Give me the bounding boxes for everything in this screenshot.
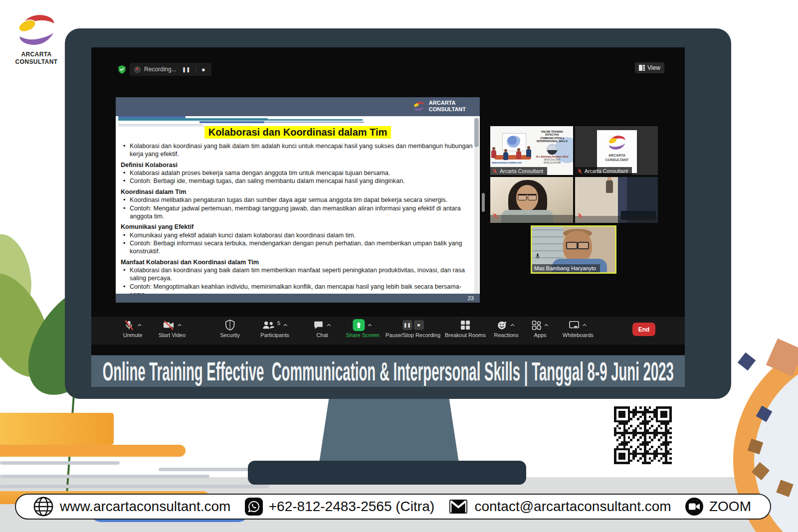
slide-footer-band: 23	[116, 294, 480, 303]
mic-muted-icon	[124, 320, 135, 331]
unmute-button[interactable]: Unmute	[123, 319, 143, 338]
chevron-up-icon[interactable]	[177, 323, 182, 328]
slide-heading: Koordinasi dalam Tim	[121, 188, 473, 196]
participants-button[interactable]: 5 Participants	[260, 319, 289, 338]
mini-title: ONLINE TRAINING EFFECTIVE COMMUNICATION …	[534, 130, 570, 143]
smiley-icon	[497, 320, 508, 331]
corner-brand: ARCARTA CONSULTANT	[9, 11, 64, 66]
reactions-button[interactable]: Reactions	[494, 319, 519, 338]
mini-person	[516, 151, 521, 159]
contact-footer: www.arcartaconsultant.com +62-812-2483-2…	[15, 494, 771, 520]
qr-code	[612, 405, 673, 466]
mini-time: 09.00-12.00 WIB	[534, 162, 570, 164]
monitor-frame: Recording... ❚❚ ■ View	[65, 28, 731, 399]
globe-icon	[33, 496, 54, 517]
slide-bullet: Komunikasi yang efektif adalah kunci dal…	[121, 231, 473, 239]
poster-stage: ARCARTA CONSULTANT Recording... ❚❚ ■ Vie…	[0, 0, 798, 532]
security-button[interactable]: Security	[220, 319, 240, 338]
stop-recording-icon[interactable]: ■	[413, 320, 423, 330]
chevron-up-icon[interactable]	[510, 323, 515, 328]
page-line	[0, 485, 269, 488]
chevron-up-icon[interactable]	[544, 323, 549, 328]
corner-brand-name: ARCARTA CONSULTANT	[9, 51, 64, 66]
slide-heading: Komunikasi yang Efektif	[121, 223, 473, 231]
recording-indicator: Recording... ❚❚ ■	[130, 63, 211, 76]
view-button[interactable]: View	[635, 62, 664, 73]
training-title-banner: Online Training Effective Communication …	[91, 355, 685, 387]
decor-line	[200, 121, 264, 123]
whatsapp-icon	[245, 498, 263, 516]
chevron-up-icon[interactable]	[283, 323, 288, 328]
share-screen-icon	[353, 319, 365, 331]
arcarta-logo-icon	[606, 134, 627, 151]
apps-icon	[532, 320, 542, 330]
platform-text: ZOOM	[709, 499, 751, 515]
chevron-up-icon[interactable]	[582, 323, 587, 328]
muted-mic-icon	[492, 212, 498, 221]
slide-body: Kolaborasi dan koordinasi yang baik dala…	[121, 142, 473, 299]
recording-label: Recording...	[144, 66, 177, 73]
participant-tile-video[interactable]	[575, 177, 658, 223]
training-title-text: Online Training Effective Communication …	[102, 356, 673, 386]
arcarta-logo-icon	[13, 11, 59, 49]
active-speaker-tile[interactable]: Mas Bambang Haryanyto	[531, 225, 616, 274]
mini-url: www.arcartaconsultant.com	[492, 162, 522, 164]
website-item: www.arcartaconsultant.com	[33, 496, 230, 517]
breakout-rooms-button[interactable]: Breakout Rooms	[445, 319, 486, 338]
muted-mic-icon	[577, 169, 583, 174]
slide-bullet: Contoh: Mengatur jadwal pertemuan, memba…	[121, 204, 473, 221]
participant-tile-video[interactable]	[490, 177, 573, 223]
participant-name-chip: Arcarta Consultant	[490, 167, 547, 175]
panel-divider-handle[interactable]	[482, 193, 485, 212]
muted-mic-icon	[577, 212, 583, 221]
slide-bullet: Contoh: Berbagi informasi secara terbuka…	[121, 239, 473, 256]
recording-stop-button[interactable]: ■	[200, 67, 206, 72]
mini-table	[494, 155, 531, 160]
chat-button[interactable]: Chat	[313, 319, 332, 338]
whiteboards-button[interactable]: Whiteboards	[563, 319, 594, 338]
page-line	[0, 461, 120, 465]
chevron-up-icon[interactable]	[137, 323, 142, 328]
chevron-up-icon[interactable]	[367, 323, 372, 328]
participant-tile-logo-card[interactable]: ARCARTA CONSULTANT Arcarta Consultant	[575, 126, 658, 175]
slide-bullet: Contoh: Berbagi ide, membagi tugas, dan …	[121, 177, 473, 185]
slide-title: Kolaborasi dan Koordinasi dalam Tim	[204, 126, 392, 139]
muted-mic-icon	[492, 169, 498, 174]
mini-person	[526, 149, 531, 157]
monitor-stand-base	[248, 461, 526, 485]
slide-bullet: Kolaborasi adalah proses bekerja sama de…	[121, 169, 473, 177]
phone-item: +62-812-2483-2565 (Citra)	[245, 498, 434, 516]
monitor-stand-neck	[319, 398, 459, 463]
page-line	[0, 475, 209, 478]
platform-item: ZOOM	[685, 498, 751, 516]
participants-count: 5	[277, 320, 280, 326]
security-shield-icon	[118, 65, 126, 76]
start-video-button[interactable]: Start Video	[159, 319, 186, 338]
shield-icon	[225, 320, 235, 331]
slide-brand: ARCARTA CONSULTANT	[412, 100, 466, 113]
chevron-up-icon[interactable]	[327, 323, 332, 328]
whiteboard-icon	[569, 320, 580, 330]
slide-header-band: ARCARTA CONSULTANT	[116, 97, 480, 116]
mini-person	[503, 152, 508, 160]
slide-scrollbar-thumb[interactable]	[474, 118, 479, 147]
arcarta-logo-icon	[412, 101, 425, 112]
mini-slide-text: ONLINE TRAINING EFFECTIVE COMMUNICATION …	[534, 130, 570, 164]
pause-recording-icon[interactable]: ❚❚	[402, 320, 412, 330]
decor-line	[118, 124, 203, 125]
clock-tick	[738, 353, 756, 370]
breakout-rooms-icon	[460, 320, 470, 330]
pause-stop-recording-button[interactable]: ❚❚ ■ Pause/Stop Recording	[386, 319, 440, 338]
apps-button[interactable]: Apps	[532, 319, 549, 338]
slide-bullet: Kolaborasi dan koordinasi yang baik dala…	[121, 142, 473, 159]
slide-brand-name: ARCARTA CONSULTANT	[429, 100, 466, 113]
end-meeting-button[interactable]: End	[632, 323, 655, 336]
active-mic-icon	[535, 253, 541, 262]
participant-tile-slide-preview[interactable]: ONLINE TRAINING EFFECTIVE COMMUNICATION …	[490, 126, 573, 175]
mini-speaker-name: Drs. Bambang Haryanto, M.Ed	[534, 156, 570, 158]
logo-card-text: ARCARTA CONSULTANT	[597, 153, 637, 162]
slide-bullet: Koordinasi melibatkan pengaturan tugas d…	[121, 196, 473, 204]
recording-pause-button[interactable]: ❚❚	[180, 67, 193, 72]
share-screen-button[interactable]: Share Screen	[346, 319, 379, 338]
book-top	[0, 413, 114, 445]
